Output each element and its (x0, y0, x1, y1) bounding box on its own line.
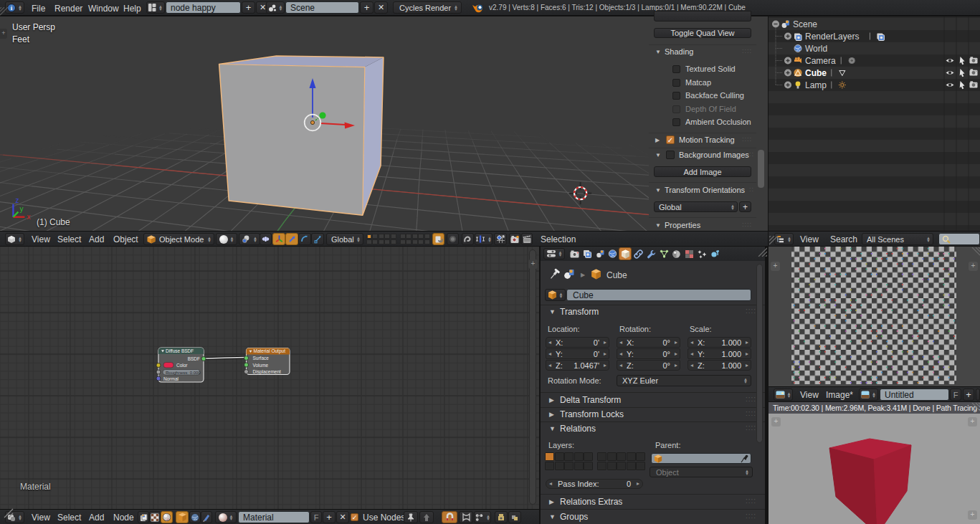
svg-text:Diffuse BSDF: Diffuse BSDF (166, 348, 194, 353)
svg-text:Normal: Normal (163, 376, 179, 381)
svg-text:Displacement: Displacement (253, 369, 282, 375)
svg-text:x: x (27, 213, 30, 221)
svg-text:Roughness: 0.000: Roughness: 0.000 (166, 371, 201, 375)
svg-text:World: World (805, 44, 827, 54)
svg-text:Surface: Surface (253, 356, 270, 361)
svg-text:z: z (15, 196, 19, 204)
svg-text:RenderLayers: RenderLayers (805, 32, 859, 42)
svg-text:Color: Color (176, 363, 188, 368)
svg-text:Camera: Camera (805, 56, 836, 66)
svg-text:Cube: Cube (805, 68, 827, 78)
svg-text:y: y (19, 205, 23, 213)
svg-text:Scene: Scene (793, 19, 817, 29)
svg-text:Material Output: Material Output (254, 348, 286, 354)
svg-text:Lamp: Lamp (805, 80, 827, 90)
svg-text:BSDF: BSDF (188, 356, 200, 361)
svg-text:Volume: Volume (253, 363, 269, 368)
